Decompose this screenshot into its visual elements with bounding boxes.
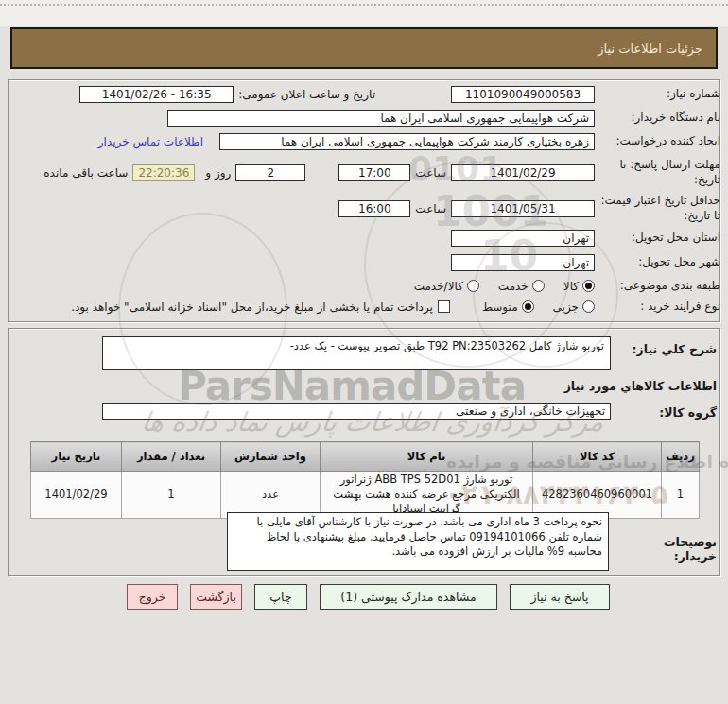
deadline-days-value: 2 — [268, 166, 275, 180]
col-quantity: تعداد / مقدار — [122, 442, 221, 472]
cell-quantity: 1 — [122, 472, 221, 519]
city-field[interactable]: تهران — [451, 254, 595, 271]
remaining-time-value: 22:20:36 — [138, 166, 189, 180]
creator-field[interactable]: زهره بختیاری کارمند شرکت هواپیمایی جمهور… — [219, 133, 595, 150]
radio-goods-service-label: کالا/خدمت — [414, 280, 463, 293]
buyer-org-value: شرکت هواپیمایی جمهوری اسلامی ایران هما — [380, 112, 589, 125]
cell-need-date: 1401/02/29 — [31, 472, 122, 519]
goods-group-field[interactable]: تجهیزات خانگی، اداری و صنعتی — [102, 403, 611, 420]
need-number-field[interactable]: 1101090049000583 — [451, 86, 595, 103]
radio-service-icon[interactable] — [532, 280, 545, 292]
announce-datetime-value: 1401/02/26 - 16:35 — [102, 88, 212, 101]
validity-date-field[interactable]: 1401/05/31 — [451, 200, 595, 217]
col-row-number: ردیف — [662, 442, 700, 472]
table-row: 1 4282360460960001 توربو شارژ ABB TPS 52… — [31, 472, 700, 519]
remaining-time-box: 22:20:36 — [132, 164, 195, 181]
col-need-date: تاریخ نیاز — [31, 442, 122, 472]
buyer-notes-field[interactable]: نحوه پرداخت 3 ماه اداری می باشد. در صورت… — [227, 512, 609, 571]
buyer-notes-value: نحوه پرداخت 3 ماه اداری می باشد. در صورت… — [257, 515, 602, 558]
radio-goods-service-icon[interactable] — [467, 280, 479, 292]
announce-datetime-field[interactable]: 1401/02/26 - 16:35 — [79, 86, 234, 103]
cell-unit: عدد — [221, 472, 321, 519]
classification-option-goods[interactable]: کالا — [563, 280, 595, 293]
deadline-days-field[interactable]: 2 — [235, 164, 305, 181]
col-goods-name: نام کالا — [321, 442, 533, 472]
buyer-org-label: نام دستگاه خریدار: — [599, 111, 720, 126]
deadline-label: مهلت ارسال پاسخ: تا تاریخ: — [599, 158, 720, 187]
reply-to-need-button[interactable]: پاسخ به نیاز — [510, 584, 610, 610]
col-goods-code: کد کالا — [533, 442, 662, 472]
creator-value: زهره بختیاری کارمند شرکت هواپیمایی جمهور… — [281, 135, 589, 148]
cell-goods-name: توربو شارژ ABB TPS 52D01 ژنراتور الکتریک… — [321, 472, 533, 519]
dotted-divider — [0, 4, 728, 6]
price-validity-label: حداقل تاریخ اعتبار قیمت: تا تاریخ: — [599, 194, 720, 223]
classification-option-goods-service[interactable]: کالا/خدمت — [414, 280, 479, 293]
validity-hour-label: ساعت — [415, 202, 446, 215]
deadline-date-field[interactable]: 1401/02/29 — [451, 164, 595, 181]
radio-service-label: خدمت — [498, 280, 529, 293]
city-value: تهران — [563, 256, 589, 269]
buyer-org-field[interactable]: شرکت هواپیمایی جمهوری اسلامی ایران هما — [167, 110, 595, 127]
cell-row-number: 1 — [662, 472, 700, 519]
col-unit: واحد شمارش — [221, 442, 321, 472]
province-label: استان محل تحویل: — [599, 231, 720, 246]
process-option-minor[interactable]: جزیی — [553, 300, 595, 314]
validity-time-field[interactable]: 16:00 — [338, 200, 410, 217]
province-field[interactable]: تهران — [451, 230, 595, 247]
page-title-bar: جزئیات اطلاعات نیاز — [10, 27, 718, 69]
process-option-medium[interactable]: متوسط — [482, 300, 534, 314]
deadline-days-label: روز و — [205, 166, 231, 180]
treasury-checkbox-label: پرداخت تمام یا بخشی از مبلغ خرید،از محل … — [71, 300, 433, 314]
need-description-field[interactable]: توربو شارژ کامل T92 PN:23503262 طبق تصوی… — [102, 336, 611, 370]
buyer-contact-link[interactable]: اطلاعات تماس خریدار — [98, 135, 203, 148]
deadline-time-value: 17:00 — [358, 166, 391, 180]
radio-medium-icon[interactable] — [522, 300, 534, 313]
treasury-checkbox[interactable] — [438, 300, 450, 313]
creator-label: ایجاد کننده درخواست: — [599, 134, 720, 149]
goods-info-heading: اطلاعات کالاهاي مورد نياز — [564, 379, 717, 393]
print-button[interactable]: چاپ — [254, 584, 307, 610]
radio-minor-label: جزیی — [553, 300, 579, 314]
remaining-time-label: ساعت باقی مانده — [43, 166, 128, 180]
goods-table-header-row: ردیف کد کالا نام کالا واحد شمارش تعداد /… — [31, 442, 700, 472]
need-number-label: شماره نیاز: — [599, 87, 720, 102]
exit-button[interactable]: خروج — [127, 584, 178, 610]
classification-option-service[interactable]: خدمت — [498, 280, 545, 293]
goods-table: ردیف کد کالا نام کالا واحد شمارش تعداد /… — [30, 441, 700, 519]
classification-label: طبقه بندی موضوعی: — [599, 279, 720, 294]
process-type-label: نوع فرآیند خرید : — [599, 300, 720, 315]
need-number-value: 1101090049000583 — [465, 88, 581, 101]
page-title: جزئیات اطلاعات نیاز — [598, 42, 702, 56]
goods-group-value: تجهیزات خانگی، اداری و صنعتی — [456, 404, 605, 418]
radio-minor-icon[interactable] — [582, 300, 595, 313]
city-label: شهر محل تحویل: — [599, 255, 720, 270]
need-description-value: توربو شارژ کامل T92 PN:23503262 طبق تصوی… — [290, 339, 604, 352]
goods-group-label: گروه کالا: — [659, 405, 717, 420]
need-description-label: شرح کلي نياز: — [633, 342, 717, 356]
action-button-row: پاسخ به نیاز مشاهده مدارک پیوستی (1) چاپ… — [127, 584, 610, 610]
announce-datetime-label: تاریخ و ساعت اعلان عمومی: — [238, 88, 375, 101]
deadline-hour-label: ساعت — [415, 166, 446, 180]
deadline-time-field[interactable]: 17:00 — [338, 164, 410, 181]
deadline-date-value: 1401/02/29 — [490, 166, 555, 180]
province-value: تهران — [563, 232, 589, 245]
validity-date-value: 1401/05/31 — [490, 202, 555, 215]
view-attachments-button[interactable]: مشاهده مدارک پیوستی (1) — [320, 584, 497, 610]
buyer-notes-label: توضیحات خریدار: — [618, 535, 717, 563]
validity-time-value: 16:00 — [358, 202, 391, 215]
back-button[interactable]: بازگشت — [190, 584, 242, 610]
radio-goods-icon[interactable] — [582, 280, 595, 292]
cell-goods-code: 4282360460960001 — [533, 472, 662, 519]
radio-medium-label: متوسط — [482, 300, 518, 314]
radio-goods-label: کالا — [563, 280, 579, 293]
